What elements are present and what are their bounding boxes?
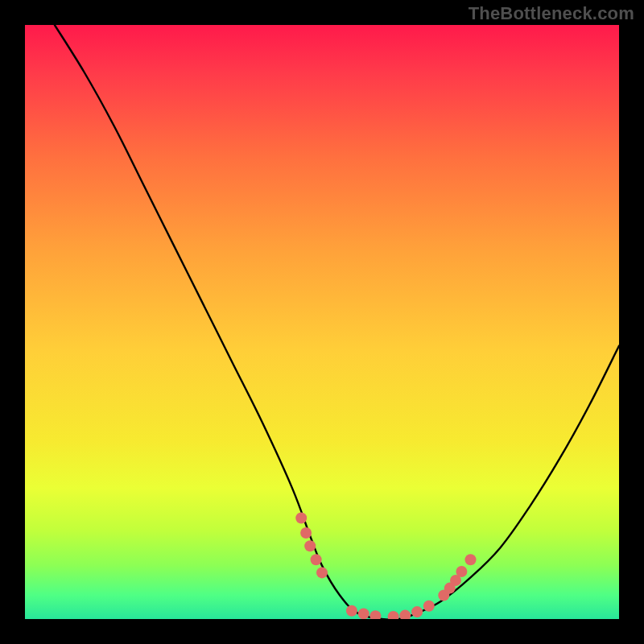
curve-layer [55, 25, 619, 619]
highlight-dot [423, 601, 435, 612]
highlight-dot [346, 605, 357, 617]
chart-frame: TheBottleneck.com [0, 0, 644, 644]
highlight-dot [316, 567, 328, 578]
bottleneck-curve [55, 25, 619, 619]
highlight-dot [399, 610, 411, 619]
highlight-dot [311, 554, 322, 565]
highlight-dot [300, 527, 312, 539]
highlight-dot [295, 513, 307, 524]
highlight-dot [456, 566, 467, 577]
highlight-dot [304, 540, 316, 551]
highlight-dot [388, 611, 399, 619]
highlight-dot [369, 610, 381, 619]
watermark-text: TheBottleneck.com [469, 3, 634, 24]
chart-svg [25, 25, 619, 619]
highlight-dot [358, 608, 369, 619]
plot-area [25, 25, 619, 619]
highlight-dot [411, 606, 423, 617]
highlight-dot [465, 554, 477, 565]
